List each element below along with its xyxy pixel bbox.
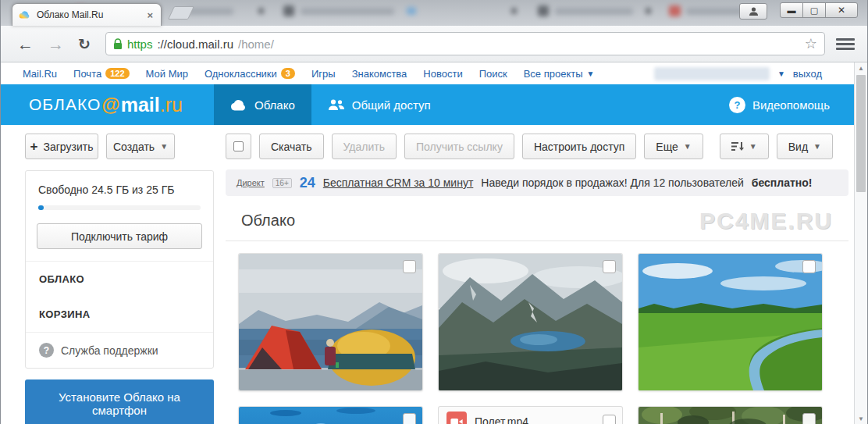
- upload-label: Загрузить: [44, 141, 94, 153]
- portal-link-mail[interactable]: Почта 122: [73, 68, 129, 80]
- chevron-down-icon: ▼: [684, 142, 692, 151]
- title-row: Облако PC4ME.RU: [226, 204, 848, 241]
- file-checkbox[interactable]: [403, 260, 416, 273]
- url-bar[interactable]: https://cloud.mail.ru/home/ ☆: [105, 32, 825, 55]
- more-button[interactable]: Еще ▼: [644, 134, 703, 159]
- sidebar-nav: ОБЛАКО КОРЗИНА: [26, 261, 213, 332]
- portal-link-dating[interactable]: Знакомства: [352, 68, 407, 80]
- file-tile-video[interactable]: Полет.mp4: [439, 407, 622, 424]
- portal-link-mailru[interactable]: Mail.Ru: [23, 68, 57, 80]
- tab-close-icon[interactable]: ×: [145, 9, 155, 21]
- ad-title-link[interactable]: Бесплатная CRM за 10 минут: [323, 176, 474, 189]
- tab-cloud[interactable]: Облако: [214, 84, 311, 125]
- page-content: + Загрузить Создать ▼ Свободно 24.5 ГБ и…: [1, 125, 867, 424]
- logo-at-sign: @: [101, 94, 120, 116]
- chevron-down-icon: ▼: [813, 142, 821, 151]
- support-link[interactable]: ? Служба поддержки: [26, 332, 213, 368]
- portal-link-label: Все проекты: [524, 68, 583, 80]
- url-path: /home/: [238, 37, 800, 51]
- portal-link-all-projects[interactable]: Все проекты ▼: [524, 68, 595, 80]
- get-link-button[interactable]: Получить ссылку: [404, 134, 514, 159]
- file-tile-photo-2[interactable]: [439, 254, 622, 390]
- create-label: Создать: [113, 141, 155, 153]
- sidebar-item-cloud[interactable]: ОБЛАКО: [26, 262, 213, 297]
- portal-link-search[interactable]: Поиск: [479, 68, 507, 80]
- menu-icon[interactable]: [836, 38, 855, 50]
- delete-button[interactable]: Удалить: [332, 134, 397, 159]
- cloud-favicon-icon: [19, 9, 31, 21]
- file-tile-photo-1[interactable]: [239, 254, 422, 390]
- scroll-up-arrow[interactable]: ▲: [855, 62, 867, 73]
- ad-age-badge: 16+: [272, 178, 292, 188]
- cloud-mailru-logo[interactable]: ОБЛАКО@mail.ru: [1, 84, 214, 125]
- portal-link-odnoklassniki[interactable]: Одноклассники 3: [205, 68, 295, 80]
- photo-green-field: [639, 254, 822, 390]
- file-tile-photo-3[interactable]: [639, 254, 822, 390]
- maximize-button[interactable]: ▢: [802, 2, 826, 18]
- portal-link-news[interactable]: Новости: [423, 68, 462, 80]
- back-button[interactable]: ←: [10, 36, 41, 52]
- sidebar-actions: + Загрузить Создать ▼: [25, 134, 214, 159]
- reload-button[interactable]: ↻: [71, 35, 98, 53]
- file-checkbox[interactable]: [603, 260, 616, 273]
- view-button[interactable]: Вид ▼: [777, 134, 833, 159]
- support-label: Служба поддержки: [61, 344, 158, 357]
- close-button[interactable]: ✕: [825, 2, 858, 18]
- portal-link-moymir[interactable]: Мой Мир: [146, 68, 188, 80]
- ad-direct-link[interactable]: Директ: [237, 178, 265, 187]
- main-area: Скачать Удалить Получить ссылку Настроит…: [226, 134, 848, 424]
- file-tile-photo-4[interactable]: [239, 407, 422, 424]
- configure-access-button[interactable]: Настроить доступ: [522, 134, 636, 159]
- logo-cloud-text: ОБЛАКО: [29, 95, 101, 114]
- smartphone-promo: Установите Облако на смартфон: [25, 379, 214, 424]
- watermark: PC4ME.RU: [699, 208, 833, 234]
- forward-button[interactable]: →: [41, 36, 71, 52]
- portal-link-label: Одноклассники: [205, 68, 277, 80]
- account-chevron-down-icon[interactable]: ▼: [777, 69, 785, 78]
- logout-link[interactable]: выход: [793, 68, 822, 80]
- file-tile-photo-5[interactable]: [639, 407, 822, 424]
- create-button[interactable]: Создать ▼: [106, 134, 175, 159]
- sidebar-item-trash[interactable]: КОРЗИНА: [26, 297, 213, 332]
- select-all-button[interactable]: [226, 134, 251, 159]
- profile-button[interactable]: [739, 3, 767, 20]
- file-checkbox[interactable]: [802, 413, 816, 424]
- portal-nav: Mail.Ru Почта 122 Мой Мир Одноклассники …: [1, 62, 867, 84]
- browser-tabstrip: Облако Mail.Ru × ▬ ▢ ✕: [1, 0, 867, 26]
- chevron-down-icon: ▼: [160, 142, 168, 151]
- view-label: Вид: [788, 141, 808, 153]
- bookmark-star-icon[interactable]: ☆: [805, 35, 817, 52]
- lock-icon: [113, 38, 123, 50]
- tariff-button[interactable]: Подключить тариф: [37, 223, 202, 249]
- tab-shared-access[interactable]: Общий доступ: [311, 84, 447, 125]
- download-button[interactable]: Скачать: [259, 134, 324, 159]
- ad-text: Наведи порядок в продажах! Для 12 пользо…: [481, 176, 743, 189]
- browser-toolbar: ← → ↻ https://cloud.mail.ru/home/ ☆: [1, 26, 867, 62]
- upload-button[interactable]: + Загрузить: [25, 134, 98, 159]
- sort-button[interactable]: ▼: [720, 134, 769, 159]
- select-all-checkbox: [233, 141, 244, 151]
- question-circle-icon: ?: [729, 97, 745, 113]
- file-checkbox[interactable]: [403, 413, 416, 424]
- file-name: Полет.mp4: [475, 415, 528, 424]
- chevron-down-icon: ▼: [587, 69, 595, 78]
- video-file-icon: [446, 412, 467, 424]
- page-scrollbar[interactable]: ▲ ▼: [854, 62, 867, 424]
- people-icon: [328, 98, 345, 111]
- file-checkbox[interactable]: [603, 415, 616, 424]
- app-header: ОБЛАКО@mail.ru Облако Общий доступ ? Вид…: [1, 84, 867, 125]
- video-help-button[interactable]: ? Видеопомощь: [729, 84, 867, 125]
- chevron-down-icon: ▼: [749, 142, 757, 151]
- portal-link-label: Почта: [73, 68, 101, 80]
- scroll-down-arrow[interactable]: ▼: [855, 413, 867, 424]
- minimize-button[interactable]: ▬: [780, 2, 803, 18]
- storage-free-text: Свободно 24.5 ГБ из 25 ГБ: [26, 171, 213, 196]
- storage-usage-fill: [38, 205, 44, 210]
- plus-icon: +: [30, 139, 38, 155]
- scrollbar-thumb[interactable]: [856, 75, 866, 192]
- browser-tab-active[interactable]: Облако Mail.Ru ×: [12, 3, 162, 26]
- file-checkbox[interactable]: [802, 260, 816, 273]
- mail-unread-badge: 122: [105, 68, 129, 79]
- page-title: Облако: [241, 212, 295, 230]
- portal-link-games[interactable]: Игры: [311, 68, 336, 80]
